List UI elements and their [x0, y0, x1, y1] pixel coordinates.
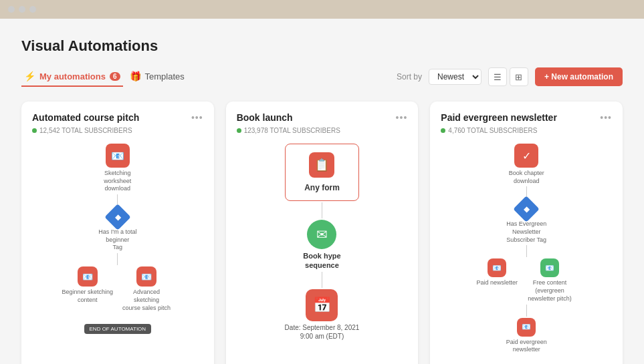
- flow-3: ✓ Book chapter download ◆ Has Evergreen …: [441, 144, 612, 364]
- date-icon: 📅: [306, 289, 338, 321]
- flow-node-chapter: ✓ Book chapter download: [500, 144, 553, 185]
- diamond-icon-2: ◆: [513, 196, 540, 223]
- title-bar: [0, 0, 644, 19]
- card-header-1: Automated course pitch •••: [32, 112, 203, 123]
- card-title-1: Automated course pitch: [32, 112, 139, 123]
- sketching-icon: 📧: [106, 144, 130, 168]
- main-content: Visual Automations ⚡ My automations 6 🎁 …: [0, 19, 644, 364]
- flow-node-date: 📅 Date: September 8, 20219:00 am (EDT): [285, 289, 360, 341]
- toolbar-right: Sort by Newest Oldest ☰ ⊞ + New automati…: [397, 67, 623, 86]
- view-toggle: ☰ ⊞: [488, 67, 528, 86]
- card-subscribers-3: 4,760 TOTAL SUBSCRIBERS: [441, 127, 612, 134]
- tab-templates[interactable]: 🎁 Templates: [127, 67, 187, 87]
- cards-grid: Automated course pitch ••• 12,542 TOTAL …: [21, 102, 623, 364]
- card-menu-3[interactable]: •••: [600, 112, 612, 123]
- grid-view-button[interactable]: ⊞: [510, 67, 528, 86]
- card-menu-2[interactable]: •••: [396, 112, 408, 123]
- subscriber-dot-1: [32, 128, 37, 133]
- flow-node-diamond-2: ◆ Has Evergreen NewsletterSubscriber Tag: [500, 200, 553, 244]
- end-badge-1: END OF AUTOMATION: [84, 324, 152, 334]
- card-title-3: Paid evergreen newsletter: [441, 112, 557, 123]
- card-book-launch: Book launch ••• 123,978 TOTAL SUBSCRIBER…: [226, 102, 419, 364]
- window-dot-2: [19, 6, 25, 13]
- lightning-icon: ⚡: [24, 71, 35, 81]
- branch-advanced: 📧 Advanced sketchingcourse sales pitch: [120, 266, 173, 312]
- flow-node-sketching: 📧 Sketching worksheetdownload: [91, 144, 144, 193]
- diamond-icon-1: ◆: [104, 204, 131, 230]
- evergreen-icon: 📧: [517, 318, 536, 337]
- window-dot-1: [8, 6, 15, 13]
- cube-icon: 🎁: [130, 71, 141, 81]
- flow-node-anyform: 📋 Any form: [285, 144, 359, 201]
- branches-1: 📧 Beginner sketchingcontent 📧 Advanced s…: [32, 266, 203, 312]
- flow-1: 📧 Sketching worksheetdownload ◆ Has I'm …: [32, 144, 203, 334]
- connector3: [322, 202, 322, 218]
- tab-templates-label: Templates: [145, 71, 185, 81]
- toolbar: ⚡ My automations 6 🎁 Templates Sort by N…: [21, 67, 623, 87]
- tabs-container: ⚡ My automations 6 🎁 Templates: [21, 67, 187, 87]
- card-automated-course-pitch: Automated course pitch ••• 12,542 TOTAL …: [21, 102, 214, 364]
- flow-node-sequence: ✉ Book hype sequence: [295, 220, 348, 270]
- connector4: [322, 272, 322, 288]
- sort-select[interactable]: Newest Oldest: [429, 69, 481, 85]
- card-header-2: Book launch •••: [237, 112, 408, 123]
- beginner-icon: 📧: [78, 266, 98, 287]
- flow-2: 📋 Any form ✉ Book hype sequence 📅 Date: …: [237, 144, 408, 341]
- branch-free: 📧 Free content (evergreennewsletter pitc…: [523, 258, 576, 303]
- card-header-3: Paid evergreen newsletter •••: [441, 112, 612, 123]
- card-evergreen: Paid evergreen newsletter ••• 4,760 TOTA…: [430, 102, 623, 364]
- branch-beginner: 📧 Beginner sketchingcontent: [62, 266, 114, 304]
- list-view-button[interactable]: ☰: [488, 67, 507, 86]
- card-title-2: Book launch: [237, 112, 293, 123]
- free-icon: 📧: [540, 258, 559, 277]
- branch-paid: 📧 Paid newsletter: [476, 258, 518, 287]
- connector7: [526, 305, 527, 317]
- form-icon: 📋: [309, 152, 334, 178]
- window-dot-3: [29, 6, 36, 13]
- branches-2: 📧 Paid newsletter 📧 Free content (evergr…: [441, 258, 612, 303]
- tab-my-automations[interactable]: ⚡ My automations 6: [21, 67, 123, 87]
- connector6: [526, 245, 527, 257]
- new-automation-button[interactable]: + New automation: [535, 67, 623, 86]
- flow-node-evergreen: 📧 Paid evergreen newsletter: [500, 318, 553, 354]
- page-title: Visual Automations: [21, 37, 623, 55]
- flow-node-diamond-1: ◆ Has I'm a total beginnerTag: [91, 208, 144, 252]
- any-form-box: 📋 Any form: [285, 144, 359, 201]
- paid-icon: 📧: [488, 258, 506, 277]
- sort-label: Sort by: [397, 72, 422, 81]
- tab-my-automations-label: My automations: [39, 71, 106, 81]
- sequence-icon: ✉: [307, 220, 336, 249]
- card-subscribers-1: 12,542 TOTAL SUBSCRIBERS: [32, 127, 203, 134]
- connector2: [117, 253, 118, 265]
- subscriber-dot-3: [441, 128, 445, 133]
- card-subscribers-2: 123,978 TOTAL SUBSCRIBERS: [237, 127, 408, 134]
- subscriber-dot-2: [237, 128, 241, 133]
- anyform-label: Any form: [304, 183, 340, 192]
- chapter-icon: ✓: [514, 144, 538, 168]
- card-menu-1[interactable]: •••: [191, 112, 203, 123]
- advanced-icon: 📧: [136, 266, 156, 287]
- tab-badge: 6: [110, 72, 120, 81]
